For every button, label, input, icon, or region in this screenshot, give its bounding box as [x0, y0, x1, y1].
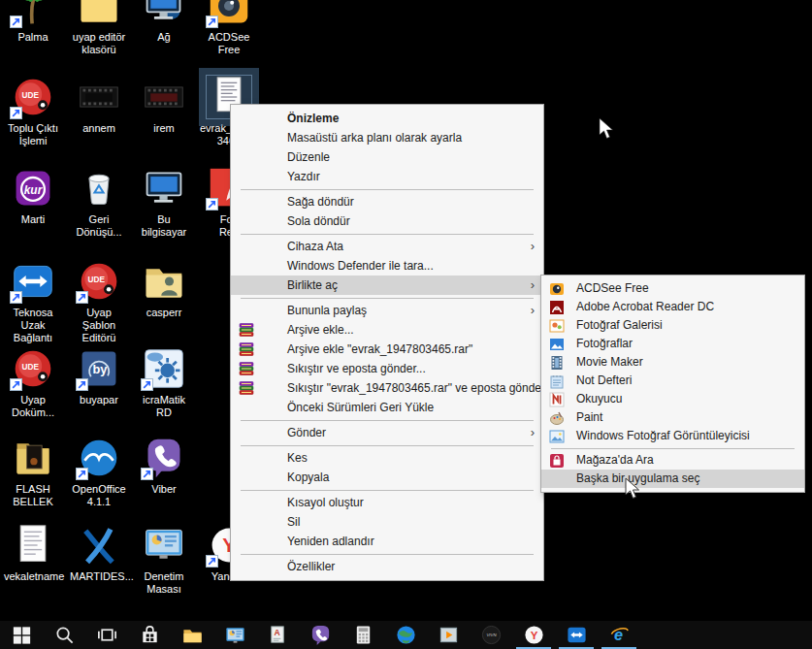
desktop-icon-label: irem	[135, 122, 193, 135]
desktop-icon-ag[interactable]: Ağ	[135, 0, 193, 44]
taskbar-search-button[interactable]	[43, 621, 85, 649]
menu-item-birlikte-a-[interactable]: Birlikte aç›	[231, 276, 543, 295]
desktop-icon-flash-bellek[interactable]: FLASHBELLEK	[4, 437, 62, 508]
taskbar-calculator-app[interactable]	[341, 621, 384, 649]
menu-item-label: Düzenle	[287, 150, 330, 164]
desktop-icon-buyapar[interactable]: bybuyapar	[70, 347, 128, 406]
menu-item-d-zenle[interactable]: Düzenle	[231, 147, 543, 167]
menu-item-g-nder[interactable]: Gönder›	[231, 423, 543, 442]
menu-item-label: Adobe Acrobat Reader DC	[576, 300, 714, 313]
menu-item-windows-defender-ile-tara-[interactable]: Windows Defender ile tara...	[231, 256, 543, 276]
menu-item-okuyucu[interactable]: Okuyucu	[541, 390, 804, 408]
menu-item--zellikler[interactable]: Özellikler	[231, 557, 543, 576]
label-line: casperr	[135, 307, 193, 319]
label-line: uyap editör	[70, 31, 128, 44]
label-line: Dönüşü...	[70, 226, 128, 239]
winrar-icon	[239, 380, 254, 396]
svg-text:by: by	[92, 362, 108, 376]
menu-item-cihaza-ata[interactable]: Cihaza Ata›	[231, 237, 543, 256]
menu-item-kopyala[interactable]: Kopyala	[231, 468, 543, 487]
openoffice-icon	[77, 437, 121, 479]
taskbar-store-button[interactable]	[128, 621, 171, 649]
menu-item-sola-d-nd-r[interactable]: Sola döndür	[231, 211, 543, 231]
taskbar-teamviewer-app[interactable]	[555, 621, 598, 649]
desktop-icon-vekaletname[interactable]: vekaletname	[4, 524, 62, 583]
menu-item-s-k-t-r-ve-eposta-g-nder-[interactable]: Sıkıştır ve eposta gönder...	[231, 359, 543, 378]
taskbar-document-app[interactable]: A	[256, 621, 299, 649]
ude-icon: UDE	[77, 260, 121, 303]
desktop-icon-toplu-cikti-islemi[interactable]: UDEToplu Çıktıİşlemi	[4, 76, 62, 147]
menu-item-movie-maker[interactable]: Movie Maker	[541, 353, 804, 372]
desktop-icon-icramatik-rd[interactable]: icraMatik RD	[135, 347, 193, 419]
menu-separator	[241, 420, 534, 421]
desktop-icon-uyap-dokum[interactable]: UDEUyapDoküm...	[4, 347, 62, 419]
menu-item-sa-a-d-nd-r[interactable]: Sağa döndür	[231, 192, 543, 211]
desktop-icon-uyap-editor-klasoru[interactable]: uyap editörklasörü	[70, 0, 128, 56]
desktop-icon-label: Ağ	[135, 31, 193, 44]
label-line: İşlemi	[4, 135, 62, 147]
menu-item-sil[interactable]: Sil	[231, 512, 543, 532]
desktop-icon-marti[interactable]: kurMarti	[4, 167, 62, 226]
menu-item-foto-raf-galerisi[interactable]: Fotoğraf Galerisi	[541, 316, 804, 335]
folder-icon	[77, 0, 121, 27]
winrar-icon	[239, 361, 254, 376]
taskbar-control-panel-app[interactable]	[213, 621, 256, 649]
taskbar-yandex-browser-app[interactable]: Y	[512, 621, 555, 649]
taskbar-file-explorer-button[interactable]	[171, 621, 213, 649]
taskbar-task-view-button[interactable]	[85, 621, 128, 649]
menu-item-foto-raflar[interactable]: Fotoğraflar	[541, 335, 804, 353]
acdsee-icon	[207, 0, 251, 27]
media-icon	[438, 624, 460, 646]
desktop-icon-annem[interactable]: annem	[70, 76, 128, 135]
sm-paint-icon	[549, 410, 565, 426]
menu-item-ba-ka-bir-uygulama-se-[interactable]: Başka bir uygulama seç	[541, 470, 804, 488]
desktop-icon-casperr[interactable]: casperr	[135, 260, 193, 319]
menu-item-not-defteri[interactable]: Not Defteri	[541, 372, 804, 390]
desktop-icon-bu-bilgisayar[interactable]: Bu bilgisayar	[135, 167, 193, 239]
menu-item-ar-ive-ekle-[interactable]: Arşive ekle...	[231, 320, 543, 340]
label-line: Geri	[70, 213, 128, 226]
desktop-icon-teknosa-uzak-baglanti[interactable]: Teknosa UzakBağlantı	[4, 260, 62, 344]
palm-icon	[11, 0, 55, 27]
desktop-icon-openoffice[interactable]: OpenOffice4.1.1	[70, 437, 128, 508]
menu-item-kes[interactable]: Kes	[231, 448, 543, 468]
menu-item--nceki-s-r-mleri-geri-y-kle[interactable]: Önceki Sürümleri Geri Yükle	[231, 398, 543, 417]
taskbar-vivn-app[interactable]: VIVN	[470, 621, 512, 649]
desktop-icon-geri-donusum[interactable]: GeriDönüşü...	[70, 167, 128, 239]
menu-item-yazd-r[interactable]: Yazdır	[231, 167, 543, 186]
desktop-icon-palma[interactable]: Palma	[4, 0, 62, 44]
viber-icon	[142, 437, 186, 479]
taskbar-google-earth-app[interactable]	[384, 621, 427, 649]
menu-item-label: Kısayol oluştur	[287, 496, 364, 509]
menu-item-paint[interactable]: Paint	[541, 408, 804, 427]
menu-item-bununla-payla-[interactable]: Bununla paylaş›	[231, 301, 543, 320]
menu-item-adobe-acrobat-reader-dc[interactable]: Adobe Acrobat Reader DC	[541, 298, 804, 316]
menu-item-yeniden-adland-r[interactable]: Yeniden adlandır	[231, 532, 543, 551]
menu-item--nizleme[interactable]: Önizleme	[231, 109, 543, 128]
menu-item-s-k-t-r-evrak-1947803465-rar-v[interactable]: Sıkıştır "evrak_1947803465.rar" ve epost…	[231, 378, 543, 398]
desktop-icon-irem[interactable]: irem	[135, 76, 193, 135]
desktop-icon-denetim-masasi[interactable]: DenetimMasası	[135, 524, 193, 596]
taskbar-viber-app[interactable]	[299, 621, 341, 649]
menu-item-ma-aza-da-ara[interactable]: Mağaza'da Ara	[541, 451, 804, 470]
svg-text:A: A	[274, 628, 279, 637]
menu-item-masa-st-arka-plan-olarak-ayarl[interactable]: Masaüstü arka planı olarak ayarla	[231, 128, 543, 147]
menu-item-label: Özellikler	[287, 560, 335, 573]
controlpanel-icon	[224, 624, 246, 646]
menu-item-windows-foto-raf-g-r-nt-leyici[interactable]: Windows Fotoğraf Görüntüleyicisi	[541, 427, 804, 445]
desktop-icon-acdsee-free[interactable]: ACDSee Free	[200, 0, 258, 56]
menu-item-ar-ive-ekle-evrak-1947803465-r[interactable]: Arşive ekle "evrak_1947803465.rar"	[231, 340, 543, 359]
taskbar-media-player-app[interactable]	[427, 621, 470, 649]
desktop-icon-uyap-sablon-editoru[interactable]: UDEUyap ŞablonEditörü	[70, 260, 128, 344]
viber-icon	[309, 624, 332, 646]
taskbar-internet-explorer-app[interactable]: e	[598, 621, 640, 649]
menu-item-label: Movie Maker	[576, 355, 643, 369]
desktop-icon-martides[interactable]: MARTIDES...	[70, 524, 128, 583]
taskbar-start-button[interactable]	[0, 621, 43, 649]
desktop-icon-label: DenetimMasası	[135, 570, 193, 596]
desktop-icon-viber[interactable]: Viber	[135, 437, 193, 496]
menu-item-k-sayol-olu-tur[interactable]: Kısayol oluştur	[231, 493, 543, 512]
menu-item-acdsee-free[interactable]: ACDSee Free	[541, 279, 804, 298]
svg-text:Y: Y	[530, 630, 537, 641]
menu-item-label: Cihaza Ata	[287, 240, 343, 253]
